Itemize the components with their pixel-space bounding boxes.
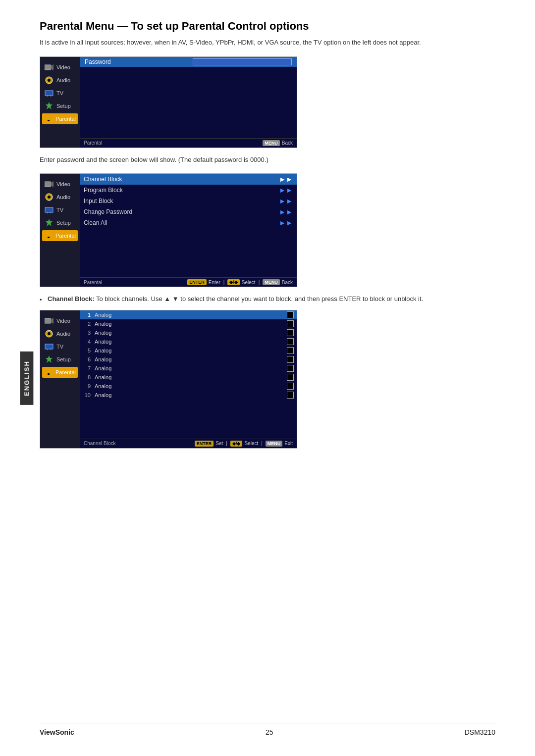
sidebar-label-2-parental: Parental — [55, 233, 76, 239]
channel-block-arrow: ►► — [279, 175, 293, 183]
sidebar-tv-3[interactable]: TV — [42, 341, 78, 352]
clean-all-label: Clean All — [84, 219, 107, 226]
channel-row-5[interactable]: 5 Analog — [80, 346, 297, 355]
setup-icon-2 — [44, 219, 54, 227]
program-block-label: Program Block — [84, 187, 123, 194]
sidebar-video-1[interactable]: Video — [42, 62, 78, 73]
channel-row-10[interactable]: 10 Analog — [80, 391, 297, 400]
svg-rect-10 — [45, 182, 51, 187]
separator-3: | — [226, 441, 227, 446]
channel-checkbox-1[interactable] — [287, 311, 294, 318]
tv-footer-2: Parental ENTER Enter | ◆/◆ Select | MENU… — [80, 277, 297, 287]
video-icon — [44, 63, 54, 71]
svg-point-3 — [48, 79, 51, 82]
svg-marker-21 — [51, 318, 54, 324]
menu-program-block[interactable]: Program Block ►► — [80, 185, 297, 196]
set-label-3: Set — [215, 441, 223, 446]
sidebar-audio-3[interactable]: Audio — [42, 328, 78, 339]
channel-name-9: Analog — [95, 383, 287, 389]
enter-key-3: ENTER — [195, 441, 214, 447]
menu-clean-all[interactable]: Clean All ►► — [80, 217, 297, 228]
sidebar-parental-1[interactable]: Parental — [42, 113, 78, 124]
sidebar-parental-2[interactable]: Parental — [42, 230, 78, 241]
channel-row-6[interactable]: 6 Analog — [80, 355, 297, 364]
channel-row-2[interactable]: 2 Analog — [80, 319, 297, 328]
footer-left-3: Channel Block — [84, 441, 115, 446]
audio-icon — [44, 76, 54, 84]
tv-icon — [44, 89, 54, 97]
menu-input-block[interactable]: Input Block ►► — [80, 196, 297, 206]
sidebar-setup-3[interactable]: Setup — [42, 354, 78, 365]
sidebar-audio-2[interactable]: Audio — [42, 192, 78, 202]
sidebar-setup-1[interactable]: Setup — [42, 101, 78, 111]
sidebar-tv-1[interactable]: TV — [42, 88, 78, 99]
channel-block-note: • Channel Block: To block channels. Use … — [40, 294, 495, 305]
channel-block-text: Channel Block: To block channels. Use ▲ … — [48, 294, 423, 304]
channel-checkbox-8[interactable] — [287, 374, 294, 381]
intro-text: It is active in all input sources; howev… — [40, 38, 495, 48]
sidebar-video-2[interactable]: Video — [42, 179, 78, 190]
sidebar-audio-1[interactable]: Audio — [42, 75, 78, 86]
password-label: Password — [85, 58, 111, 65]
tv-icon-2 — [44, 206, 54, 214]
channel-row-8[interactable]: 8 Analog — [80, 373, 297, 382]
sidebar-setup-2[interactable]: Setup — [42, 217, 78, 228]
channel-checkbox-6[interactable] — [287, 356, 294, 363]
channel-checkbox-3[interactable] — [287, 329, 294, 336]
audio-icon-3 — [44, 330, 54, 338]
channel-row-4[interactable]: 4 Analog — [80, 337, 297, 346]
footer-model: DSM3210 — [465, 728, 495, 736]
channel-row-1[interactable]: 1 Analog — [80, 310, 297, 319]
channel-num-7: 7 — [83, 365, 95, 371]
menu-key-2: MENU — [263, 279, 280, 285]
sidebar-label-2-tv: TV — [56, 207, 63, 213]
tv-menu-password: Video Audio TV Setup Parental — [40, 56, 297, 148]
svg-rect-14 — [45, 207, 53, 212]
nav-key-3: ◆/◆ — [230, 441, 243, 447]
parental-icon-3 — [44, 368, 53, 376]
channel-name-1: Analog — [95, 312, 287, 318]
menu-channel-block[interactable]: Channel Block ►► — [80, 174, 297, 185]
setup-icon-3 — [44, 355, 54, 363]
setup-icon — [44, 102, 54, 110]
sidebar-label-tv-1: TV — [56, 90, 63, 96]
channel-num-2: 2 — [83, 321, 95, 327]
page-footer: ViewSonic 25 DSM3210 — [40, 723, 495, 736]
channel-checkbox-7[interactable] — [287, 365, 294, 372]
channel-checkbox-5[interactable] — [287, 347, 294, 354]
tv-menu-channel-block: Video Audio TV Setup Parental — [40, 310, 297, 449]
channel-row-7[interactable]: 7 Analog — [80, 364, 297, 373]
footer-right-1: MENU Back — [263, 140, 293, 146]
sidebar-label-2-setup: Setup — [56, 220, 71, 226]
svg-rect-20 — [45, 318, 51, 323]
tv-main-1: Password Parental MENU Back — [80, 57, 297, 148]
svg-point-13 — [48, 196, 51, 199]
page-title: Parental Menu — To set up Parental Contr… — [40, 20, 495, 33]
channel-checkbox-9[interactable] — [287, 383, 294, 390]
channel-name-10: Analog — [95, 392, 287, 398]
nav-key-2: ◆/◆ — [227, 279, 240, 285]
svg-rect-0 — [45, 65, 51, 70]
channel-checkbox-10[interactable] — [287, 392, 294, 399]
sidebar-tv-2[interactable]: TV — [42, 204, 78, 215]
channel-num-10: 10 — [83, 392, 95, 398]
sidebar-label-3-tv: TV — [56, 344, 63, 350]
password-input-field[interactable] — [193, 58, 292, 65]
bullet-dot: • — [40, 295, 45, 305]
enter-key-2: ENTER — [187, 279, 207, 285]
footer-right-3: ENTER Set | ◆/◆ Select | MENU Exit — [195, 441, 293, 447]
sidebar-parental-3[interactable]: Parental — [42, 367, 78, 378]
password-note: Enter password and the screen below will… — [40, 155, 495, 165]
side-tab-english: ENGLISH — [20, 352, 33, 405]
channel-checkbox-2[interactable] — [287, 320, 294, 327]
channel-row-3[interactable]: 3 Analog — [80, 328, 297, 337]
svg-rect-24 — [45, 344, 53, 349]
menu-change-password[interactable]: Change Password ►► — [80, 206, 297, 217]
svg-point-23 — [48, 332, 51, 335]
channel-num-5: 5 — [83, 348, 95, 353]
change-password-label: Change Password — [84, 208, 132, 215]
sidebar-video-3[interactable]: Video — [42, 315, 78, 326]
channel-row-9[interactable]: 9 Analog — [80, 382, 297, 391]
tv-sidebar-3: Video Audio TV Setup Parental — [40, 310, 80, 448]
channel-checkbox-4[interactable] — [287, 338, 294, 345]
